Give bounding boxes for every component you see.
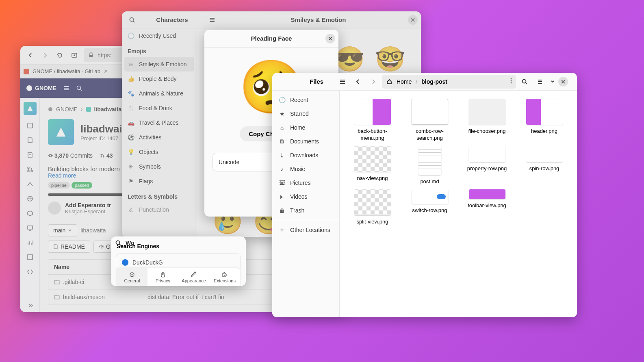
- sidebar-item-pictures[interactable]: 🖼Pictures: [272, 176, 339, 190]
- project-info-icon[interactable]: [24, 119, 37, 132]
- tab-privacy[interactable]: Privacy: [147, 268, 178, 286]
- file-item[interactable]: file-chooser.png: [462, 99, 512, 142]
- sidebar-item-starred[interactable]: ★Starred: [272, 107, 339, 121]
- thumbnail: [412, 99, 448, 125]
- close-button[interactable]: [408, 15, 418, 25]
- readme-button[interactable]: README: [48, 241, 90, 253]
- sidebar-item-activities[interactable]: ⚽Activities: [122, 130, 197, 145]
- path-menu-button[interactable]: [510, 78, 512, 85]
- file-item[interactable]: switch-row.png: [405, 189, 454, 225]
- sidebar-item-documents[interactable]: 🗎Documents: [272, 134, 339, 148]
- file-item[interactable]: spin-row.png: [520, 146, 569, 185]
- branches-stat[interactable]: 43: [100, 152, 113, 159]
- sidebar-item-music[interactable]: ♪Music: [272, 162, 339, 176]
- sidebar-item-trash[interactable]: 🗑Trash: [272, 204, 339, 217]
- video-icon: ⏵: [279, 193, 285, 200]
- file-item[interactable]: post.md: [405, 146, 454, 185]
- svg-point-7: [28, 170, 29, 172]
- new-tab-button[interactable]: [67, 48, 81, 62]
- sidebar-item-punctuation[interactable]: &Punctuation: [122, 202, 197, 217]
- sidebar-item-objects[interactable]: 💡Objects: [122, 145, 197, 159]
- menu-button[interactable]: [205, 13, 219, 27]
- reload-button[interactable]: [53, 48, 67, 62]
- hamburger-icon[interactable]: [63, 85, 69, 91]
- nav-forward-button[interactable]: [38, 48, 52, 62]
- analytics-icon[interactable]: [24, 236, 37, 249]
- sidebar-item-home[interactable]: ⌂Home: [272, 121, 339, 134]
- emoji-cell[interactable]: 🤓: [372, 41, 409, 77]
- cicd-icon[interactable]: [24, 178, 37, 191]
- chevron-down-icon: [68, 228, 72, 232]
- sidebar-item-travel[interactable]: 🚗Travel & Places: [122, 115, 197, 130]
- svg-rect-2: [24, 69, 29, 74]
- svg-point-18: [130, 17, 134, 21]
- sidebar-item-downloads[interactable]: ⭳Downloads: [272, 148, 339, 162]
- search-icon[interactable]: [115, 240, 121, 246]
- path-segment-home[interactable]: Home: [397, 78, 412, 85]
- path-bar[interactable]: Home / blog-post: [382, 75, 516, 89]
- folder-icon: [54, 294, 60, 300]
- sidebar-item-recent[interactable]: 🕘Recently Used: [122, 28, 197, 43]
- flag-icon: ⚑: [128, 178, 134, 184]
- close-button[interactable]: [325, 34, 335, 43]
- thumbnail: [412, 189, 448, 204]
- gitlab-logo[interactable]: GNOME: [26, 85, 56, 91]
- search-button[interactable]: [125, 13, 139, 27]
- sidebar-item-recent[interactable]: 🕘Recent: [272, 93, 339, 107]
- crumb-root[interactable]: GNOME: [56, 106, 78, 113]
- file-item[interactable]: header.png: [520, 99, 569, 142]
- project-avatar-icon[interactable]: [24, 102, 37, 115]
- branch-selector-button[interactable]: main: [48, 224, 77, 236]
- browser-tab[interactable]: GNOME / libadwaita · GitLab ✕: [24, 68, 108, 74]
- tab-appearance[interactable]: Appearance: [178, 268, 209, 286]
- sidebar-item-people[interactable]: 👍People & Body: [122, 72, 197, 86]
- sidebar-item-smileys[interactable]: ☺Smileys & Emotion: [124, 57, 194, 72]
- collapse-icon[interactable]: [24, 299, 37, 312]
- search-icon: [129, 17, 135, 23]
- tab-extensions[interactable]: Extensions: [209, 268, 240, 286]
- close-icon: [561, 80, 565, 84]
- nav-forward-button[interactable]: [366, 75, 380, 89]
- tab-general[interactable]: General: [117, 268, 147, 286]
- monitor-icon[interactable]: [24, 221, 37, 234]
- crumb-leaf[interactable]: libadwaita: [94, 106, 122, 113]
- sidebar-item-videos[interactable]: ⏵Videos: [272, 190, 339, 204]
- home-icon: [386, 78, 392, 85]
- file-item[interactable]: nav-view.png: [348, 146, 397, 185]
- sidebar-toggle-button[interactable]: [336, 75, 349, 89]
- view-button[interactable]: [533, 75, 547, 89]
- search-button[interactable]: [518, 75, 531, 89]
- close-window-button[interactable]: [558, 77, 568, 87]
- issues-icon[interactable]: [24, 148, 37, 161]
- deployments-icon[interactable]: [24, 192, 37, 205]
- file-item[interactable]: property-row.png: [462, 146, 512, 185]
- tab-close-icon[interactable]: ✕: [104, 68, 108, 74]
- path-breadcrumb[interactable]: libadwaita: [80, 227, 106, 234]
- file-item[interactable]: back-button-menu.png: [348, 99, 397, 142]
- repository-icon[interactable]: [24, 134, 37, 147]
- wiki-icon[interactable]: [24, 251, 37, 264]
- path-segment-leaf[interactable]: blog-post: [421, 78, 447, 85]
- sidebar-item-symbols[interactable]: ✳Symbols: [122, 159, 197, 174]
- sidebar-item-animals[interactable]: 🐾Animals & Nature: [122, 86, 197, 101]
- punctuation-icon: &: [128, 206, 134, 213]
- close-icon: [328, 37, 332, 41]
- sidebar-item-food[interactable]: 🍴Food & Drink: [122, 101, 197, 115]
- svg-point-16: [101, 156, 102, 158]
- file-item[interactable]: toolbar-view.png: [462, 189, 512, 225]
- sidebar-item-other-locations[interactable]: ＋Other Locations: [272, 223, 339, 237]
- file-item[interactable]: combo-row-search.png: [405, 99, 454, 142]
- svg-point-4: [77, 86, 80, 90]
- merge-requests-icon[interactable]: [24, 163, 37, 176]
- file-item[interactable]: split-view.png: [348, 189, 397, 225]
- sidebar-item-flags[interactable]: ⚑Flags: [122, 174, 197, 189]
- view-dropdown-button[interactable]: [549, 75, 557, 89]
- commits-stat[interactable]: 3,870 Commits: [48, 152, 93, 159]
- nav-back-button[interactable]: [351, 75, 365, 89]
- search-icon[interactable]: [76, 85, 82, 91]
- car-icon: 🚗: [128, 119, 134, 126]
- close-icon: [411, 18, 415, 22]
- snippets-icon[interactable]: [24, 265, 37, 278]
- nav-back-button[interactable]: [24, 48, 37, 62]
- packages-icon[interactable]: [24, 207, 37, 220]
